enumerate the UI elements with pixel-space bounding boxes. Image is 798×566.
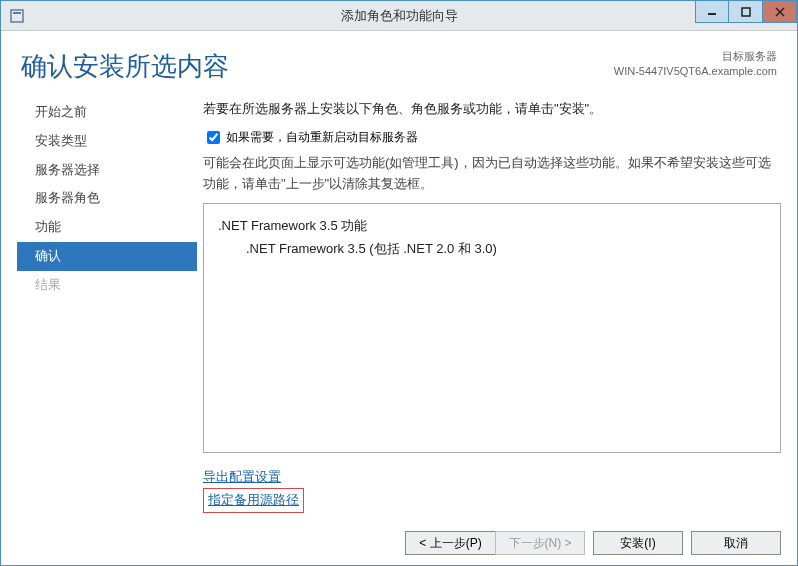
window-controls xyxy=(695,1,797,23)
minimize-button[interactable] xyxy=(695,1,729,23)
step-serverselect[interactable]: 服务器选择 xyxy=(17,156,197,185)
step-installtype[interactable]: 安装类型 xyxy=(17,127,197,156)
next-button: 下一步(N) > xyxy=(495,531,585,555)
wizard-sidebar: 开始之前 安装类型 服务器选择 服务器角色 功能 确认 结果 xyxy=(17,98,197,513)
maximize-button[interactable] xyxy=(729,1,763,23)
target-server-box: 目标服务器 WIN-5447IV5QT6A.example.com xyxy=(614,49,777,80)
step-serverroles[interactable]: 服务器角色 xyxy=(17,184,197,213)
restart-checkbox[interactable] xyxy=(207,131,220,144)
feature-item: .NET Framework 3.5 功能 xyxy=(218,214,766,237)
feature-list: .NET Framework 3.5 功能 .NET Framework 3.5… xyxy=(203,203,781,454)
intro-text: 若要在所选服务器上安装以下角色、角色服务或功能，请单击"安装"。 xyxy=(203,100,781,118)
wizard-footer: < 上一步(P) 下一步(N) > 安装(I) 取消 xyxy=(17,521,781,555)
target-name: WIN-5447IV5QT6A.example.com xyxy=(614,64,777,79)
install-button[interactable]: 安装(I) xyxy=(593,531,683,555)
step-features[interactable]: 功能 xyxy=(17,213,197,242)
restart-row: 如果需要，自动重新启动目标服务器 xyxy=(203,128,781,147)
nav-button-group: < 上一步(P) 下一步(N) > xyxy=(405,531,585,555)
app-icon xyxy=(5,9,29,23)
titlebar: 添加角色和功能向导 xyxy=(1,1,797,31)
target-label: 目标服务器 xyxy=(614,49,777,64)
previous-button[interactable]: < 上一步(P) xyxy=(405,531,495,555)
step-begin[interactable]: 开始之前 xyxy=(17,98,197,127)
restart-label: 如果需要，自动重新启动目标服务器 xyxy=(226,129,418,146)
main-panel: 若要在所选服务器上安装以下角色、角色服务或功能，请单击"安装"。 如果需要，自动… xyxy=(203,98,781,513)
wizard-body: 确认安装所选内容 目标服务器 WIN-5447IV5QT6A.example.c… xyxy=(1,31,797,565)
close-button[interactable] xyxy=(763,1,797,23)
header-row: 确认安装所选内容 目标服务器 WIN-5447IV5QT6A.example.c… xyxy=(21,49,777,84)
step-results: 结果 xyxy=(17,271,197,300)
optional-note: 可能会在此页面上显示可选功能(如管理工具)，因为已自动选择这些功能。如果不希望安… xyxy=(203,153,781,195)
window-title: 添加角色和功能向导 xyxy=(1,7,797,25)
links-area: 导出配置设置 指定备用源路径 xyxy=(203,467,781,513)
export-config-link[interactable]: 导出配置设置 xyxy=(203,467,281,488)
svg-rect-0 xyxy=(11,10,23,22)
content-row: 开始之前 安装类型 服务器选择 服务器角色 功能 确认 结果 若要在所选服务器上… xyxy=(17,98,781,513)
svg-rect-3 xyxy=(742,8,750,16)
svg-rect-1 xyxy=(13,12,21,14)
wizard-window: 添加角色和功能向导 确认安装所选内容 目标服务器 WIN-5447IV5QT6A… xyxy=(0,0,798,566)
alternate-source-link[interactable]: 指定备用源路径 xyxy=(203,488,304,513)
page-title: 确认安装所选内容 xyxy=(21,49,229,84)
cancel-button[interactable]: 取消 xyxy=(691,531,781,555)
step-confirm[interactable]: 确认 xyxy=(17,242,197,271)
feature-item: .NET Framework 3.5 (包括 .NET 2.0 和 3.0) xyxy=(246,237,766,260)
